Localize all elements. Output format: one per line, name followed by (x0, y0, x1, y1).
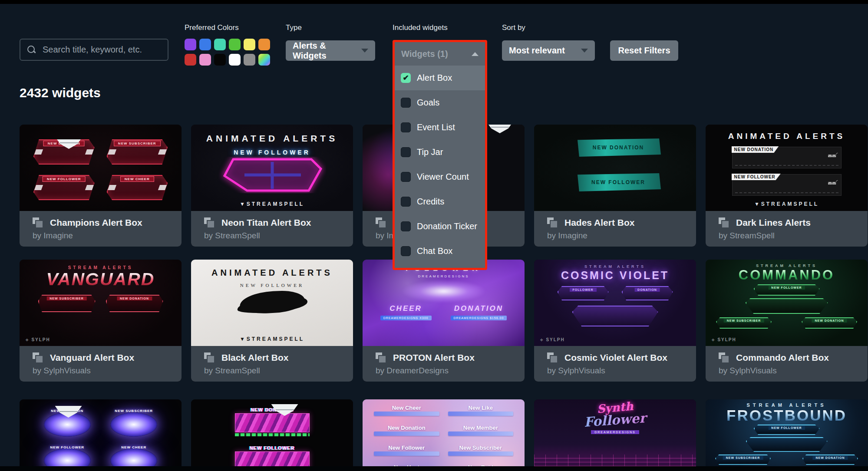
checked-checkbox-icon[interactable]: ✔ (401, 73, 411, 83)
widget-type-icon (204, 352, 215, 363)
widget-option-label: Event List (417, 122, 455, 132)
widget-card-vanguard-alert-box[interactable]: STREAM ALERTS VANGUARD NEW SUBSCRIBERNEW… (20, 260, 182, 382)
widget-option-label: Chat Box (417, 246, 452, 256)
widget-card-cosmic-violet-alert-box[interactable]: STREAM ALERTS COSMIC VIOLET FOLLOWERDONA… (534, 260, 696, 382)
widget-card-proton-alert-box[interactable]: FOLLOWER DREAMERDESIGNS CHEERDREAMERDESI… (363, 260, 525, 382)
color-swatch-blue[interactable] (199, 39, 211, 50)
color-swatch-rainbow[interactable] (258, 54, 270, 66)
included-widgets-dropdown-open: Widgets (1) ✔Alert BoxGoalsEvent ListTip… (393, 40, 487, 270)
widget-type-icon (376, 217, 386, 228)
widget-card-frostbound[interactable]: STREAM ALERTS FROSTBOUND NEW FOLLOWER NE… (706, 399, 868, 471)
card-caption: PROTON Alert Box by DreamerDesigns (363, 346, 525, 382)
card-caption: Dark Lines Alerts by StreamSpell (706, 211, 868, 247)
widget-type-icon (33, 352, 43, 363)
widget-card-dark-lines-alerts[interactable]: ANIMATED ALERTSNEW DONATIONNEW FOLLOWER▼… (706, 125, 868, 247)
sort-dropdown[interactable]: Most relevant (502, 40, 595, 61)
color-swatch-white[interactable] (229, 54, 241, 66)
widget-card-commando-alert-box[interactable]: STREAM ALERTS COMMANDO NEW FOLLOWER NEW … (706, 260, 868, 382)
unchecked-checkbox-icon[interactable] (401, 98, 411, 108)
widget-type-icon (719, 217, 729, 228)
type-label: Type (286, 23, 302, 32)
widget-card-portals[interactable]: NEW DONATIONNEW SUBSCRIBERNEW FOLLOWERNE… (20, 399, 182, 471)
card-caption: Cosmic Violet Alert Box by SylphVisuals (534, 346, 696, 382)
widget-type-icon (719, 352, 729, 363)
widget-option-chat-box[interactable]: Chat Box (395, 239, 485, 263)
type-dropdown[interactable]: Alerts & Widgets (286, 40, 375, 61)
included-widgets-value: Widgets (1) (401, 49, 448, 59)
widget-option-label: Tip Jar (417, 147, 443, 157)
type-dropdown-value: Alerts & Widgets (293, 41, 361, 61)
reset-filters-button[interactable]: Reset Filters (610, 40, 678, 61)
widget-card-pastel-clouds[interactable]: New CheerNew LikeNew DonationNew MemberN… (363, 399, 525, 471)
search-box[interactable] (20, 39, 168, 61)
sort-by-label: Sort by (502, 23, 525, 32)
chevron-down-icon (361, 49, 368, 53)
card-title: Commando Alert Box (736, 352, 829, 363)
card-title: Neon Titan Alert Box (221, 217, 311, 228)
widget-type-icon (33, 217, 43, 228)
widget-option-label: Credits (417, 197, 444, 207)
alert-bar: NEW FOLLOWER (33, 175, 95, 200)
card-author: by Imagine (547, 231, 691, 240)
color-swatch-gray[interactable] (244, 54, 255, 66)
color-swatch-green[interactable] (229, 39, 241, 50)
widget-option-credits[interactable]: Credits (395, 189, 485, 214)
color-swatch-black[interactable] (214, 54, 226, 66)
unchecked-checkbox-icon[interactable] (401, 197, 411, 207)
widget-type-icon (547, 217, 558, 228)
unchecked-checkbox-icon[interactable] (401, 246, 411, 256)
chevron-down-icon (581, 49, 588, 53)
alert-bar: NEW CHEER (107, 175, 168, 200)
included-widgets-dropdown-toggle[interactable]: Widgets (1) (395, 42, 485, 66)
window-bottom-edge (0, 466, 868, 471)
widget-option-donation-ticker[interactable]: Donation Ticker (395, 214, 485, 239)
widget-type-icon (204, 217, 215, 228)
widget-card-glitch-pink[interactable]: NEW DONATIONNEW FOLLOWER (191, 399, 353, 471)
widget-option-label: Alert Box (417, 73, 452, 83)
widget-option-label: Viewer Count (417, 172, 469, 182)
included-widgets-options: ✔Alert BoxGoalsEvent ListTip JarViewer C… (395, 66, 485, 263)
color-swatch-red[interactable] (185, 54, 196, 66)
card-author: by SylphVisuals (547, 366, 691, 375)
window-top-edge (0, 0, 868, 4)
card-title: Cosmic Violet Alert Box (564, 352, 667, 363)
color-swatch-purple[interactable] (185, 39, 196, 50)
widget-option-event-list[interactable]: Event List (395, 115, 485, 140)
unchecked-checkbox-icon[interactable] (401, 221, 411, 231)
widget-card-synthwave[interactable]: Synth Follower DREAMERDESIGNS CheerDonat… (534, 399, 696, 471)
card-title: PROTON Alert Box (393, 352, 475, 363)
card-author: by StreamSpell (204, 231, 348, 240)
card-title: Hades Alert Box (564, 217, 634, 228)
color-swatch-grid (185, 39, 270, 66)
card-caption: Hades Alert Box by Imagine (534, 211, 696, 247)
card-caption: Commando Alert Box by SylphVisuals (706, 346, 868, 382)
sort-dropdown-value: Most relevant (509, 46, 565, 56)
color-swatch-yellow[interactable] (244, 39, 255, 50)
color-swatch-pink[interactable] (199, 54, 211, 66)
card-caption: Champions Alert Box by Imagine (20, 211, 182, 247)
widget-card-neon-titan-alert-box[interactable]: ANIMATED ALERTS NEW FOLLOWER ▼STREAMSPEL… (191, 125, 353, 247)
widget-option-tip-jar[interactable]: Tip Jar (395, 140, 485, 165)
search-input[interactable] (42, 44, 161, 55)
chevron-up-icon (472, 52, 479, 56)
card-caption: Black Alert Box by StreamSpell (191, 346, 353, 382)
color-swatch-orange[interactable] (258, 39, 270, 50)
unchecked-checkbox-icon[interactable] (401, 172, 411, 182)
card-author: by DreamerDesigns (376, 366, 519, 375)
alert-bar: NEW DONATION (33, 139, 95, 165)
card-title: Dark Lines Alerts (736, 217, 811, 228)
card-title: Black Alert Box (221, 352, 288, 363)
widget-card-champions-alert-box[interactable]: NEW DONATIONNEW SUBSCRIBERNEW FOLLOWERNE… (20, 125, 182, 247)
widget-option-viewer-count[interactable]: Viewer Count (395, 165, 485, 189)
widget-option-label: Goals (417, 98, 439, 108)
card-author: by StreamSpell (719, 231, 862, 240)
included-widgets-label: Included widgets (393, 23, 448, 32)
widget-option-goals[interactable]: Goals (395, 90, 485, 115)
color-swatch-teal[interactable] (214, 39, 226, 50)
widget-option-alert-box[interactable]: ✔Alert Box (395, 66, 485, 90)
widget-card-hades-alert-box[interactable]: NEW DONATIONNEW FOLLOWER Hades Alert Box… (534, 125, 696, 247)
unchecked-checkbox-icon[interactable] (401, 147, 411, 157)
unchecked-checkbox-icon[interactable] (401, 122, 411, 132)
card-title: Champions Alert Box (50, 217, 142, 228)
widget-card-black-alert-box[interactable]: ANIMATED ALERTS NEW FOLLOWER ▼STREAMSPEL… (191, 260, 353, 382)
